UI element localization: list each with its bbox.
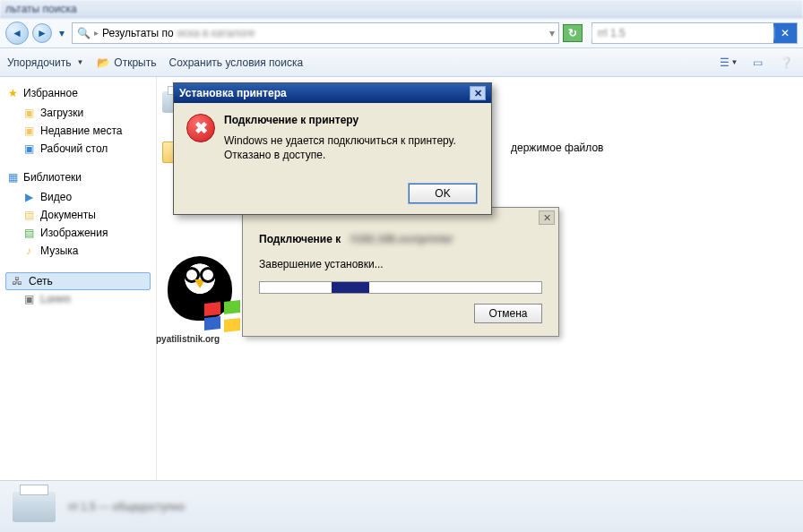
network-icon: 🖧 (10, 274, 24, 288)
folder-open-icon: 📂 (96, 56, 110, 70)
progress-bar (259, 281, 542, 294)
content-area: Пов держимое файлов pyatilistnik.org ✕ П… (157, 77, 803, 480)
search-box[interactable]: ✕ (591, 22, 798, 44)
sidebar-item-desktop[interactable]: ▣Рабочий стол (5, 140, 151, 158)
command-bar: Упорядочить▼ 📂 Открыть Сохранить условия… (0, 48, 803, 77)
search-button[interactable]: ✕ (773, 23, 797, 43)
progress-status-text: Завершение установки... (259, 258, 384, 270)
libraries-icon: ▦ (5, 170, 20, 184)
sidebar-item-network-child[interactable]: ▣Lorem (5, 290, 151, 308)
libraries-group[interactable]: ▦ Библиотеки (5, 170, 151, 184)
video-icon: ▶ (22, 190, 36, 204)
nav-history-dropdown[interactable]: ▾ (56, 27, 68, 39)
progress-dialog: ✕ Подключение к \\192.168.xxx\printer За… (242, 207, 559, 337)
recent-icon: ▣ (22, 124, 36, 138)
error-dialog: Установка принтера ✕ ✖ Подключение к при… (173, 82, 492, 215)
watermark-text: pyatilistnik.org (156, 334, 220, 344)
nav-back-button[interactable]: ◄ (5, 21, 29, 45)
error-message-line2: Отказано в доступе. (224, 148, 456, 162)
preview-pane-button[interactable]: ▭ (747, 54, 767, 72)
pictures-icon: ▤ (22, 226, 36, 240)
sidebar-item-documents[interactable]: ▤Документы (5, 206, 151, 224)
organize-button[interactable]: Упорядочить▼ (7, 56, 83, 69)
progress-close-button[interactable]: ✕ (539, 210, 555, 225)
error-message-line1: Windows не удается подключиться к принте… (224, 133, 456, 148)
sidebar-item-pictures[interactable]: ▤Изображения (5, 224, 151, 242)
desktop-icon: ▣ (22, 142, 36, 156)
breadcrumb-chevron-icon: ▸ (94, 28, 99, 38)
progress-title-target: \\192.168.xxx\printer (350, 233, 453, 245)
ok-button[interactable]: OK (409, 184, 477, 203)
address-trail-blur: иска в каталоге (177, 27, 255, 39)
address-text: Результаты по (102, 27, 174, 39)
progress-fill (332, 282, 369, 293)
error-heading: Подключение к принтеру (224, 114, 456, 126)
documents-icon: ▤ (22, 208, 36, 222)
refresh-button[interactable]: ↻ (563, 24, 583, 42)
favorites-group[interactable]: ★ Избранное (5, 86, 151, 100)
sidebar-item-music[interactable]: ♪Музыка (5, 242, 151, 260)
windows-flag-icon (204, 301, 240, 331)
content-hint-text: держимое файлов (511, 142, 603, 154)
window-title: льтаты поиска (5, 3, 77, 15)
view-options-button[interactable]: ☰▼ (719, 54, 738, 72)
open-button[interactable]: 📂 Открыть (96, 56, 156, 70)
error-icon: ✖ (186, 114, 215, 142)
nav-bar: ◄ ► ▾ 🔍 ▸ Результаты по иска в каталоге … (0, 18, 803, 48)
window-titlebar: льтаты поиска (0, 0, 803, 18)
star-icon: ★ (5, 86, 20, 100)
navigation-pane: ★ Избранное ▣Загрузки ▣Недавние места ▣Р… (0, 77, 157, 480)
details-text-blur: rrl 1.5 — общедоступно (68, 501, 185, 513)
music-icon: ♪ (22, 244, 36, 258)
sidebar-item-downloads[interactable]: ▣Загрузки (5, 104, 151, 122)
search-folder-icon: 🔍 (76, 26, 91, 40)
chevron-down-icon: ▼ (76, 58, 83, 66)
sidebar-item-recent[interactable]: ▣Недавние места (5, 122, 151, 140)
save-search-button[interactable]: Сохранить условия поиска (168, 56, 303, 69)
details-printer-icon (13, 492, 56, 522)
nav-forward-button[interactable]: ► (32, 23, 52, 43)
search-input[interactable] (592, 27, 773, 39)
address-chevron-icon[interactable]: ▾ (549, 27, 555, 39)
sidebar-item-network[interactable]: 🖧 Сеть (5, 272, 151, 290)
error-dialog-titlebar[interactable]: Установка принтера ✕ (174, 83, 491, 103)
progress-title-prefix: Подключение к (259, 233, 341, 245)
error-dialog-title: Установка принтера (179, 87, 470, 99)
details-pane: rrl 1.5 — общедоступно (0, 480, 803, 532)
watermark-logo: pyatilistnik.org (160, 256, 240, 337)
error-close-button[interactable]: ✕ (470, 86, 486, 100)
computer-icon: ▣ (22, 292, 36, 306)
address-bar[interactable]: 🔍 ▸ Результаты по иска в каталоге ▾ (72, 22, 559, 44)
folder-icon: ▣ (22, 106, 36, 120)
help-button[interactable]: ❔ (776, 54, 796, 72)
sidebar-item-video[interactable]: ▶Видео (5, 188, 151, 206)
cancel-button[interactable]: Отмена (474, 304, 542, 323)
